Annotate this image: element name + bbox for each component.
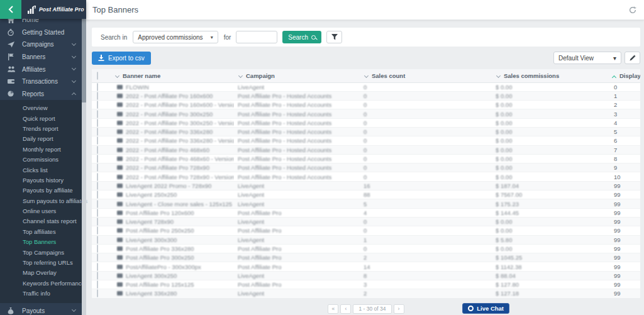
reports-submenu-item[interactable]: Map Overlay (0, 268, 82, 278)
row-checkbox[interactable] (97, 280, 98, 289)
pagination-prev-button[interactable]: ‹ (340, 304, 351, 314)
refresh-icon[interactable] (629, 6, 636, 14)
reports-submenu-item[interactable]: Top Campaigns (0, 248, 82, 258)
for-label: for (224, 34, 231, 41)
export-csv-button[interactable]: Export to csv (92, 52, 151, 65)
row-checkbox[interactable] (97, 163, 98, 172)
table-row[interactable]: 2022 - Post Affiliate Pro 160x600 Post A… (92, 91, 640, 100)
sidebar-item-reports[interactable]: Reports (0, 88, 82, 101)
reports-submenu-item[interactable]: Commissions (0, 155, 82, 165)
row-checkbox[interactable] (97, 110, 98, 118)
table-row[interactable]: Post Affiliate Pro 125x125 Post Affiliat… (92, 280, 640, 289)
collapse-sidebar-button[interactable] (0, 0, 21, 19)
reports-submenu-item[interactable]: Payouts by affiliate (0, 185, 82, 196)
search-in-select[interactable]: Approved commissions ▾ (133, 31, 218, 43)
pagination-next-button[interactable]: › (394, 304, 404, 314)
table-row[interactable]: Post Affiliate Pro 250x250 Post Affiliat… (92, 226, 640, 235)
reports-submenu-item[interactable]: Channel stats report (0, 216, 82, 226)
row-checkbox[interactable] (97, 83, 98, 91)
table-row[interactable]: 2022 - Post Affiliate Pro 468x60 Post Af… (92, 145, 640, 154)
row-checkbox[interactable] (97, 236, 98, 244)
reports-submenu-item[interactable]: Sum payouts to affiliates (0, 196, 82, 206)
table-row[interactable]: 2022 - Post Affiliate Pro 300x250 Post A… (92, 109, 640, 118)
filter-button[interactable] (326, 31, 342, 43)
edit-view-button[interactable] (625, 52, 640, 64)
table-row[interactable]: LiveAgent 250x250 LiveAgent 88 $ 7567.00… (92, 191, 640, 199)
table-row[interactable]: 2022 - Post Affiliate Pro 336x280 - Vers… (92, 136, 640, 145)
table-row[interactable]: LiveAgent 728x90 LiveAgent 0 $ 0.00 99 (92, 217, 640, 226)
column-header-campaign[interactable]: Campaign (234, 69, 360, 82)
sidebar-item-transactions[interactable]: Transactions (0, 75, 82, 88)
select-all-checkbox[interactable] (97, 72, 98, 80)
row-checkbox[interactable] (97, 136, 98, 145)
table-row[interactable]: Post Affiliate Pro 300x250 Post Affiliat… (92, 253, 640, 262)
view-select[interactable]: Default View ▾ (553, 52, 621, 64)
table-row[interactable]: LiveAgent 300x300 LiveAgent 1 $ 5.80 99 (92, 235, 640, 244)
reports-submenu-item[interactable]: Overview (0, 103, 82, 113)
table-row[interactable]: 2022 - Post Affiliate Pro 728x90 Post Af… (92, 163, 640, 172)
row-checkbox[interactable] (97, 155, 98, 163)
reports-submenu-item[interactable]: Quick report (0, 114, 82, 124)
table-row[interactable]: PostAffiliatePro - 300x300px Post Affili… (92, 262, 640, 271)
table-row[interactable]: 2022 - Post Affiliate Pro 468x60 - Versi… (92, 154, 640, 163)
reports-submenu-item[interactable]: Top referring URLs (0, 258, 82, 268)
row-checkbox[interactable] (97, 119, 98, 127)
row-checkbox[interactable] (97, 209, 98, 217)
column-header-sales-count[interactable]: Sales count (360, 69, 492, 82)
reports-submenu-item[interactable]: Trends report (0, 124, 82, 134)
table-row[interactable]: 2022 - Post Affiliate Pro 728x90 - Versi… (92, 172, 640, 181)
sidebar-scrollbar-thumb[interactable] (82, 19, 86, 102)
table-row[interactable]: 2022 - Post Affiliate Pro 300x250 - Vers… (92, 118, 640, 127)
table-row[interactable]: Post Affiliate Pro 336x280 Post Affiliat… (92, 244, 640, 253)
row-checkbox[interactable] (97, 245, 98, 253)
reports-submenu-item[interactable]: Top affiliates (0, 227, 82, 237)
reports-submenu-item[interactable]: Online users (0, 206, 82, 216)
reports-submenu-item[interactable]: Monthly report (0, 145, 82, 155)
row-checkbox[interactable] (97, 263, 98, 271)
column-header-sales-commissions[interactable]: Sales commissions (492, 69, 608, 82)
row-checkbox[interactable] (97, 253, 98, 262)
reports-submenu-item[interactable]: Traffic info (0, 289, 82, 299)
row-checkbox[interactable] (97, 128, 98, 136)
row-checkbox[interactable] (97, 191, 98, 199)
row-checkbox[interactable] (97, 226, 98, 235)
row-checkbox[interactable] (97, 182, 98, 190)
search-input[interactable] (236, 31, 277, 43)
row-checkbox[interactable] (97, 146, 98, 154)
live-chat-button[interactable]: Live Chat (462, 303, 509, 314)
banner-name-text: 2022 - Post Affiliate Pro 160x600 - Vers… (126, 101, 234, 108)
table-row[interactable]: LiveAgent 336x280 LiveAgent 2 $ 127.18 9… (92, 289, 640, 298)
banner-thumbnail-icon (117, 130, 123, 134)
column-header-display-order[interactable]: Display order (608, 69, 640, 82)
table-row[interactable]: FLOWIN LiveAgent 0 $ 0.00 0 (92, 82, 640, 91)
row-checkbox[interactable] (97, 92, 98, 100)
column-header-banner-name[interactable]: Banner name (111, 69, 234, 82)
row-checkbox[interactable] (97, 272, 98, 280)
row-checkbox[interactable] (97, 200, 98, 208)
table-row[interactable]: Post Affiliate Pro 120x600 Post Affiliat… (92, 208, 640, 217)
row-checkbox[interactable] (97, 101, 98, 109)
reports-submenu-item[interactable]: Keywords Performance (0, 279, 82, 289)
pagination-first-button[interactable]: « (328, 304, 338, 314)
reports-submenu-item[interactable]: Payouts history (0, 175, 82, 185)
sidebar-item-payouts[interactable]: Payouts (0, 305, 82, 315)
sidebar-item-banners[interactable]: Banners (0, 51, 82, 64)
table-row[interactable]: LiveAgent 2022 Promo - 728x90 LiveAgent … (92, 181, 640, 190)
sidebar-item-affiliates[interactable]: Affiliates (0, 63, 82, 75)
reports-submenu-item[interactable]: Top Banners (0, 237, 82, 247)
row-checkbox[interactable] (97, 289, 98, 297)
sidebar-scrollbar[interactable] (82, 0, 86, 315)
search-button[interactable]: Search (282, 31, 321, 43)
reports-submenu-item[interactable]: Daily report (0, 134, 82, 144)
row-checkbox[interactable] (97, 173, 98, 181)
sidebar-item-getting-started[interactable]: Getting Started (0, 26, 82, 39)
banner-thumbnail-icon (117, 219, 123, 224)
bar-chart-logo-icon (28, 6, 36, 14)
sidebar-item-campaigns[interactable]: Campaigns (0, 38, 82, 51)
table-row[interactable]: LiveAgent 300x250 LiveAgent 8 $ 88.04 99 (92, 271, 640, 280)
table-row[interactable]: 2022 - Post Affiliate Pro 160x600 - Vers… (92, 101, 640, 109)
table-row[interactable]: 2022 - Post Affiliate Pro 336x280 Post A… (92, 127, 640, 136)
reports-submenu-item[interactable]: Clicks list (0, 165, 82, 175)
table-row[interactable]: LiveAgent - Close more sales - 125x125 L… (92, 199, 640, 208)
row-checkbox[interactable] (97, 218, 98, 226)
